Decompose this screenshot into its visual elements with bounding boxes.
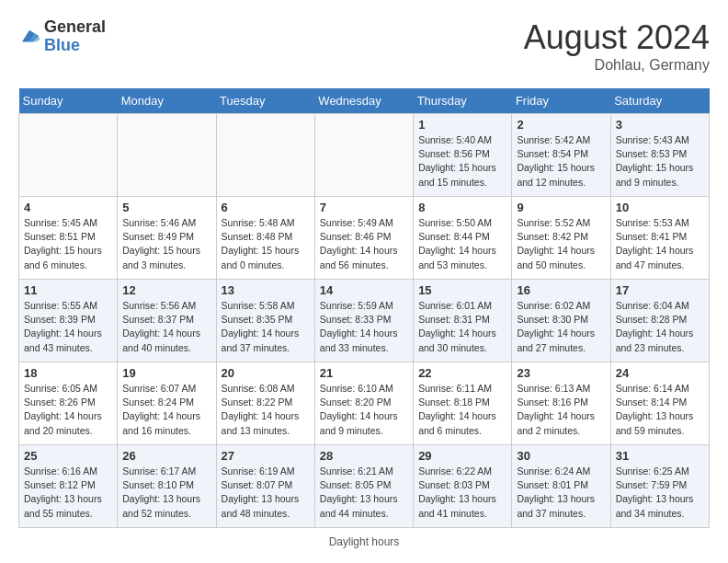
day-number: 25 [24,449,112,463]
day-info: Sunrise: 5:58 AMSunset: 8:35 PMDaylight:… [222,299,310,355]
day-info: Sunrise: 6:07 AMSunset: 8:24 PMDaylight:… [122,382,210,438]
day-info: Sunrise: 5:50 AMSunset: 8:44 PMDaylight:… [418,216,506,272]
day-header-monday: Monday [118,88,216,114]
calendar-cell: 23Sunrise: 6:13 AMSunset: 8:16 PMDayligh… [512,362,610,445]
calendar-cell: 24Sunrise: 6:14 AMSunset: 8:14 PMDayligh… [610,362,709,445]
calendar-cell: 15Sunrise: 6:01 AMSunset: 8:31 PMDayligh… [414,280,512,362]
day-number: 26 [122,449,210,463]
day-number: 5 [122,201,210,214]
day-number: 3 [616,118,704,132]
day-number: 11 [24,283,112,297]
day-info: Sunrise: 6:05 AMSunset: 8:26 PMDaylight:… [24,382,112,438]
day-header-friday: Friday [512,88,610,114]
day-number: 7 [320,201,408,214]
calendar-cell [314,114,413,197]
day-number: 29 [418,449,506,463]
day-number: 2 [517,118,605,132]
logo-text: General Blue [44,18,106,55]
calendar-week-row: 4Sunrise: 5:45 AMSunset: 8:51 PMDaylight… [19,197,710,280]
day-number: 20 [222,366,310,380]
calendar-cell: 19Sunrise: 6:07 AMSunset: 8:24 PMDayligh… [118,362,216,445]
day-info: Sunrise: 5:48 AMSunset: 8:48 PMDaylight:… [222,216,310,272]
calendar-cell: 12Sunrise: 5:56 AMSunset: 8:37 PMDayligh… [118,280,216,362]
calendar-cell: 10Sunrise: 5:53 AMSunset: 8:41 PMDayligh… [610,197,709,280]
calendar-header-row: SundayMondayTuesdayWednesdayThursdayFrid… [19,88,710,114]
day-info: Sunrise: 6:25 AMSunset: 7:59 PMDaylight:… [616,465,704,521]
calendar-cell: 6Sunrise: 5:48 AMSunset: 8:48 PMDaylight… [216,197,314,280]
day-number: 22 [418,366,506,380]
day-info: Sunrise: 6:21 AMSunset: 8:05 PMDaylight:… [320,465,408,521]
calendar-cell: 5Sunrise: 5:46 AMSunset: 8:49 PMDaylight… [118,197,216,280]
calendar-cell: 17Sunrise: 6:04 AMSunset: 8:28 PMDayligh… [610,280,709,362]
day-info: Sunrise: 5:45 AMSunset: 8:51 PMDaylight:… [24,216,112,272]
day-number: 12 [122,283,210,297]
day-number: 24 [616,366,704,380]
day-info: Sunrise: 6:14 AMSunset: 8:14 PMDaylight:… [616,382,704,438]
logo-icon [18,26,40,48]
day-info: Sunrise: 6:17 AMSunset: 8:10 PMDaylight:… [122,465,210,521]
calendar-table: SundayMondayTuesdayWednesdayThursdayFrid… [18,88,710,528]
logo: General Blue [18,18,106,55]
day-info: Sunrise: 6:10 AMSunset: 8:20 PMDaylight:… [320,382,408,438]
calendar-cell: 30Sunrise: 6:24 AMSunset: 8:01 PMDayligh… [512,445,610,528]
calendar-week-row: 18Sunrise: 6:05 AMSunset: 8:26 PMDayligh… [19,362,710,445]
daylight-hours-label: Daylight hours [329,535,400,548]
day-number: 1 [418,118,506,132]
day-info: Sunrise: 6:13 AMSunset: 8:16 PMDaylight:… [517,382,605,438]
day-number: 15 [418,283,506,297]
calendar-cell: 1Sunrise: 5:40 AMSunset: 8:56 PMDaylight… [414,114,512,197]
day-header-wednesday: Wednesday [314,88,413,114]
logo-general-text: General [44,18,106,37]
calendar-cell: 27Sunrise: 6:19 AMSunset: 8:07 PMDayligh… [216,445,314,528]
day-info: Sunrise: 6:11 AMSunset: 8:18 PMDaylight:… [418,382,506,438]
day-number: 21 [320,366,408,380]
day-info: Sunrise: 5:42 AMSunset: 8:54 PMDaylight:… [517,133,605,190]
calendar-cell: 18Sunrise: 6:05 AMSunset: 8:26 PMDayligh… [19,362,118,445]
day-header-sunday: Sunday [19,88,118,114]
calendar-cell: 25Sunrise: 6:16 AMSunset: 8:12 PMDayligh… [19,445,118,528]
day-number: 18 [24,366,112,380]
month-year-title: August 2024 [524,18,710,57]
calendar-cell: 16Sunrise: 6:02 AMSunset: 8:30 PMDayligh… [512,280,610,362]
calendar-cell: 26Sunrise: 6:17 AMSunset: 8:10 PMDayligh… [118,445,216,528]
day-number: 10 [616,201,704,214]
calendar-cell: 31Sunrise: 6:25 AMSunset: 7:59 PMDayligh… [610,445,709,528]
day-info: Sunrise: 5:53 AMSunset: 8:41 PMDaylight:… [616,216,704,272]
day-number: 6 [222,201,310,214]
day-number: 23 [517,366,605,380]
calendar-cell: 8Sunrise: 5:50 AMSunset: 8:44 PMDaylight… [414,197,512,280]
day-info: Sunrise: 5:52 AMSunset: 8:42 PMDaylight:… [517,216,605,272]
day-info: Sunrise: 6:19 AMSunset: 8:07 PMDaylight:… [222,465,310,521]
day-info: Sunrise: 5:59 AMSunset: 8:33 PMDaylight:… [320,299,408,355]
calendar-cell: 4Sunrise: 5:45 AMSunset: 8:51 PMDaylight… [19,197,118,280]
day-info: Sunrise: 6:01 AMSunset: 8:31 PMDaylight:… [418,299,506,355]
day-number: 27 [222,449,310,463]
calendar-week-row: 11Sunrise: 5:55 AMSunset: 8:39 PMDayligh… [19,280,710,362]
day-number: 14 [320,283,408,297]
calendar-week-row: 1Sunrise: 5:40 AMSunset: 8:56 PMDaylight… [19,114,710,197]
day-number: 28 [320,449,408,463]
logo-blue-text: Blue [44,37,106,55]
location-subtitle: Dohlau, Germany [524,57,710,74]
calendar-cell: 7Sunrise: 5:49 AMSunset: 8:46 PMDaylight… [314,197,413,280]
day-info: Sunrise: 6:22 AMSunset: 8:03 PMDaylight:… [418,465,506,521]
calendar-week-row: 25Sunrise: 6:16 AMSunset: 8:12 PMDayligh… [19,445,710,528]
day-number: 8 [418,201,506,214]
page-header: General Blue August 2024 Dohlau, Germany [18,18,710,74]
day-info: Sunrise: 5:49 AMSunset: 8:46 PMDaylight:… [320,216,408,272]
calendar-cell: 28Sunrise: 6:21 AMSunset: 8:05 PMDayligh… [314,445,413,528]
calendar-cell: 3Sunrise: 5:43 AMSunset: 8:53 PMDaylight… [610,114,709,197]
day-info: Sunrise: 6:08 AMSunset: 8:22 PMDaylight:… [222,382,310,438]
day-info: Sunrise: 6:16 AMSunset: 8:12 PMDaylight:… [24,465,112,521]
day-number: 30 [517,449,605,463]
day-header-saturday: Saturday [610,88,709,114]
day-number: 31 [616,449,704,463]
day-number: 19 [122,366,210,380]
day-info: Sunrise: 5:46 AMSunset: 8:49 PMDaylight:… [122,216,210,272]
calendar-cell: 9Sunrise: 5:52 AMSunset: 8:42 PMDaylight… [512,197,610,280]
day-number: 16 [517,283,605,297]
day-info: Sunrise: 5:56 AMSunset: 8:37 PMDaylight:… [122,299,210,355]
calendar-cell: 21Sunrise: 6:10 AMSunset: 8:20 PMDayligh… [314,362,413,445]
calendar-cell [216,114,314,197]
calendar-cell: 20Sunrise: 6:08 AMSunset: 8:22 PMDayligh… [216,362,314,445]
